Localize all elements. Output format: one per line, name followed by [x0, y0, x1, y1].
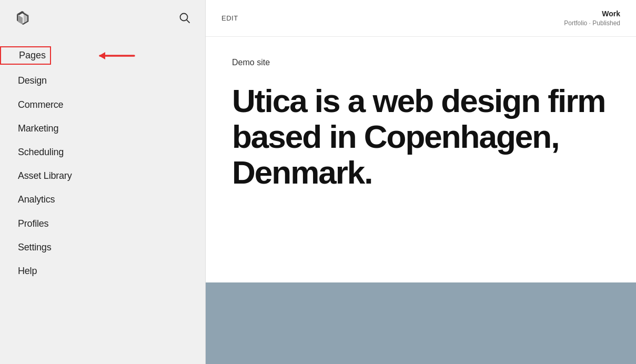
sidebar-item-asset-library[interactable]: Asset Library [0, 164, 205, 188]
sidebar-item-settings[interactable]: Settings [0, 236, 205, 259]
sidebar-item-commerce[interactable]: Commerce [0, 93, 205, 117]
sidebar-item-scheduling[interactable]: Scheduling [0, 140, 205, 164]
nav-items: Pages Design Commerce Marketing Scheduli… [0, 37, 205, 364]
svg-line-2 [187, 19, 189, 22]
sidebar-item-marketing[interactable]: Marketing [0, 117, 205, 140]
sidebar-item-profiles[interactable]: Profiles [0, 212, 205, 236]
site-info: Work Portfolio · Published [564, 9, 620, 27]
red-arrow-icon [89, 47, 137, 64]
squarespace-logo-icon[interactable] [13, 7, 34, 30]
sidebar-item-analytics[interactable]: Analytics [0, 188, 205, 211]
site-name: Work [564, 9, 620, 18]
pages-label[interactable]: Pages [0, 46, 51, 65]
svg-marker-4 [99, 52, 105, 59]
demo-site-label: Demo site [232, 58, 610, 67]
preview-white-section: Demo site Utica is a web design firm bas… [206, 37, 636, 282]
main-header: EDIT Work Portfolio · Published [206, 0, 636, 37]
sidebar-item-help[interactable]: Help [0, 259, 205, 283]
sidebar-item-design[interactable]: Design [0, 69, 205, 93]
hero-text: Utica is a web design firm based in Cope… [232, 83, 610, 191]
pages-nav-item[interactable]: Pages [0, 42, 205, 69]
search-button[interactable] [177, 10, 193, 27]
sidebar: Pages Design Commerce Marketing Scheduli… [0, 0, 205, 364]
preview-area: Demo site Utica is a web design firm bas… [206, 37, 636, 364]
main-content: EDIT Work Portfolio · Published Demo sit… [205, 0, 636, 364]
edit-label: EDIT [221, 14, 238, 22]
site-meta: Portfolio · Published [564, 19, 620, 27]
sidebar-header [0, 0, 205, 37]
preview-blue-section [206, 282, 636, 364]
arrow-annotation [89, 47, 137, 64]
